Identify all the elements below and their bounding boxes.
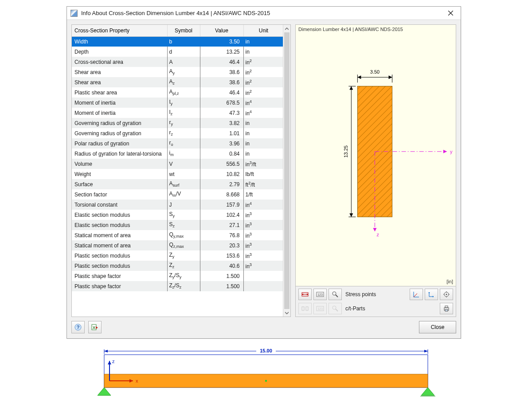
cell-property: Weight: [72, 169, 167, 179]
beam-length-label: 15.00: [260, 348, 272, 353]
cell-symbol: Apl,z: [167, 87, 200, 98]
svg-marker-55: [104, 350, 108, 352]
svg-point-42: [332, 306, 336, 309]
table-row[interactable]: Plastic shape factorZz/Sz1.500: [72, 281, 284, 291]
scroll-up-arrow-icon[interactable]: [283, 25, 290, 32]
preview-canvas[interactable]: Dimension Lumber 4x14 | ANSI/AWC NDS-201…: [296, 25, 456, 286]
table-row[interactable]: Governing radius of gyrationrz1.01in: [72, 128, 284, 138]
cell-unit: ft2/ft: [243, 179, 284, 189]
table-row[interactable]: Plastic shape factorZy/Sy1.500: [72, 271, 284, 281]
svg-marker-62: [108, 361, 111, 364]
cell-value: 38.6: [200, 77, 243, 87]
cell-unit: 1/ft: [243, 189, 284, 200]
cell-symbol: Ay: [167, 67, 200, 77]
properties-table[interactable]: Cross-Section Property Symbol Value Unit…: [72, 25, 284, 291]
col-header-value[interactable]: Value: [200, 25, 243, 36]
svg-marker-51: [96, 326, 98, 329]
beam-diagram: 15.00 z x: [89, 343, 443, 396]
cell-property: Radius of gyration for lateral-torsiona: [72, 149, 167, 159]
cell-value: 13.25: [200, 47, 243, 57]
cell-unit: in: [243, 118, 284, 128]
table-row[interactable]: SurfaceAsurf2.79ft2/ft: [72, 179, 284, 189]
svg-rect-60: [265, 380, 267, 382]
cell-property: Governing radius of gyration: [72, 128, 167, 138]
cell-value: 46.4: [200, 57, 243, 67]
svg-rect-45: [445, 306, 448, 308]
cell-unit: in3: [243, 261, 284, 271]
table-row[interactable]: VolumeV556.5in3/ft: [72, 159, 284, 169]
cell-property: Depth: [72, 47, 167, 57]
settings-icon[interactable]: [440, 289, 453, 300]
dimensions-icon[interactable]: [298, 289, 312, 300]
cell-symbol: V: [167, 159, 200, 169]
table-row[interactable]: Widthb3.50in: [72, 36, 284, 47]
axes-icon-1[interactable]: [410, 289, 423, 300]
cell-symbol: Qz,max: [167, 240, 200, 250]
table-row[interactable]: Shear areaAz38.6in2: [72, 77, 284, 87]
table-row[interactable]: Section factorAm/V8.6681/ft: [72, 189, 284, 200]
cell-symbol: rz: [167, 128, 200, 138]
export-excel-button[interactable]: X: [88, 321, 102, 333]
table-row[interactable]: Plastic shear areaApl,z46.4in2: [72, 87, 284, 98]
cell-value: 46.4: [200, 87, 243, 98]
table-row[interactable]: Statical moment of areaQy,max76.8in3: [72, 230, 284, 240]
scroll-down-arrow-icon[interactable]: [283, 309, 290, 317]
dim-width-label: 3.50: [370, 69, 379, 74]
cell-property: Plastic shape factor: [72, 271, 167, 281]
dialog-footer: ? X Close: [67, 317, 461, 338]
table-row[interactable]: Statical moment of areaQz,max20.3in3: [72, 240, 284, 250]
col-header-unit[interactable]: Unit: [243, 25, 284, 36]
svg-rect-46: [445, 309, 448, 311]
table-row[interactable]: Plastic section modulusZz40.6in3: [72, 261, 284, 271]
cell-unit: in: [243, 47, 284, 57]
cell-unit: in4: [243, 108, 284, 118]
table-row[interactable]: Radius of gyration for lateral-torsionai…: [72, 149, 284, 159]
cell-unit: in3: [243, 250, 284, 261]
cell-value: 157.9: [200, 200, 243, 210]
print-icon[interactable]: [440, 303, 453, 314]
values-icon[interactable]: 123: [313, 289, 327, 300]
table-row[interactable]: Polar radius of gyrationro3.96in: [72, 138, 284, 149]
table-row[interactable]: Plastic section modulusZy153.6in3: [72, 250, 284, 261]
cell-property: Plastic section modulus: [72, 250, 167, 261]
table-row[interactable]: Depthd13.25in: [72, 47, 284, 57]
window-close-button[interactable]: [440, 7, 461, 20]
cell-symbol: d: [167, 47, 200, 57]
cell-unit: in2: [243, 57, 284, 67]
cell-unit: in3: [243, 240, 284, 250]
cell-symbol: im: [167, 149, 200, 159]
help-button[interactable]: ?: [71, 321, 85, 333]
col-header-symbol[interactable]: Symbol: [167, 25, 200, 36]
table-row[interactable]: Moment of inertiaIz47.3in4: [72, 108, 284, 118]
cell-symbol: Zz/Sz: [167, 281, 200, 291]
close-button[interactable]: Close: [419, 321, 456, 333]
axes-icon-2[interactable]: [425, 289, 438, 300]
table-row[interactable]: Shear areaAy38.6in2: [72, 67, 284, 77]
zoom-icon[interactable]: [329, 289, 342, 300]
svg-point-33: [446, 294, 447, 295]
cell-property: Elastic section modulus: [72, 220, 167, 230]
table-row[interactable]: Elastic section modulusSy102.4in3: [72, 210, 284, 220]
cell-property: Section factor: [72, 189, 167, 200]
table-row[interactable]: Cross-sectional areaA46.4in2: [72, 57, 284, 67]
table-row[interactable]: Governing radius of gyrationry3.82in: [72, 118, 284, 128]
cell-symbol: b: [167, 36, 200, 47]
cell-symbol: Iy: [167, 98, 200, 108]
table-row[interactable]: Weightwt10.82lb/ft: [72, 169, 284, 179]
preview-panel: Dimension Lumber 4x14 | ANSI/AWC NDS-201…: [295, 24, 456, 317]
table-row[interactable]: Elastic section modulusSz27.1in3: [72, 220, 284, 230]
cell-value: 678.5: [200, 98, 243, 108]
cell-unit: in: [243, 149, 284, 159]
zoom2-icon: [329, 303, 342, 314]
cell-property: Plastic shear area: [72, 87, 167, 98]
col-header-property[interactable]: Cross-Section Property: [72, 25, 167, 36]
cell-value: 8.668: [200, 189, 243, 200]
cell-unit: in3: [243, 220, 284, 230]
scroll-thumb[interactable]: [284, 32, 289, 309]
svg-marker-6: [389, 75, 392, 79]
table-scrollbar[interactable]: [283, 25, 290, 317]
cell-unit: in3: [243, 210, 284, 220]
table-row[interactable]: Moment of inertiaIy678.5in4: [72, 98, 284, 108]
table-row[interactable]: Torsional constantJ157.9in4: [72, 200, 284, 210]
cell-unit: in3: [243, 230, 284, 240]
